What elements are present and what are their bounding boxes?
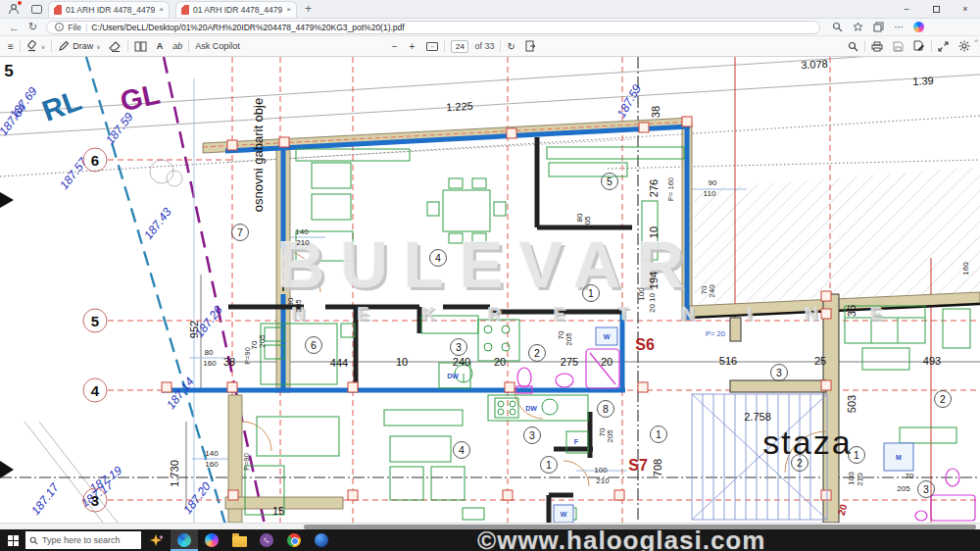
plan-label: DW	[525, 405, 537, 412]
fullscreen-button[interactable]	[938, 41, 949, 52]
plan-label: 210	[857, 473, 864, 485]
print-button[interactable]	[871, 41, 883, 52]
room-number-bubble: 1	[582, 284, 600, 302]
plan-label: 187.17	[29, 481, 61, 517]
room-number-bubble: 1	[848, 446, 865, 464]
plan-label: 38	[651, 106, 662, 118]
back-icon[interactable]: ←	[9, 22, 20, 33]
taskbar-viber-button[interactable]	[253, 529, 280, 551]
taskbar-chrome-button[interactable]	[280, 529, 308, 551]
room-number-bubble: 1	[650, 426, 667, 443]
collections-icon[interactable]	[873, 22, 884, 32]
pdf-content[interactable]: BULEVAR N E K R E T N I N E 5RLGL187.691…	[0, 57, 980, 529]
plan-label: 205	[565, 332, 573, 345]
plan-label: 110	[704, 190, 716, 198]
chrome-icon	[287, 533, 301, 547]
plan-label: 38	[223, 357, 235, 368]
divider	[188, 40, 189, 52]
axis-bubble: 3	[83, 488, 108, 513]
plan-label: 5	[4, 63, 13, 79]
taskbar-copilot-button[interactable]	[198, 529, 225, 551]
room-number-bubble: 2	[934, 390, 952, 408]
print-icon	[871, 41, 883, 52]
toc-button[interactable]: ≡	[8, 41, 14, 52]
room-number-bubble: 8	[597, 400, 614, 418]
zoom-in-button[interactable]: +	[410, 41, 416, 52]
windows-logo-icon	[8, 535, 19, 546]
highlight-button[interactable]: ∨	[26, 40, 45, 52]
draw-button[interactable]: Draw ∨	[58, 40, 100, 52]
tab-actions-icon[interactable]	[31, 5, 42, 14]
plan-label: 90	[709, 179, 717, 187]
profile-icon[interactable]	[6, 1, 22, 17]
tab-title: 01 ARH IDR 4478_4479 KG3_pot	[193, 5, 282, 15]
plan-label: 2.758	[744, 412, 771, 423]
taskbar-blue-app-button[interactable]	[308, 529, 335, 551]
room-number-bubble: 3	[770, 364, 788, 381]
find-text-icon: ab	[172, 41, 182, 51]
axis-bubble: 4	[83, 378, 108, 403]
plan-label: 708	[653, 459, 663, 476]
more-menu-icon[interactable]: ⋯	[894, 22, 904, 32]
save-button[interactable]	[893, 41, 904, 52]
divider	[20, 40, 21, 52]
read-aloud-button[interactable]: A	[157, 41, 164, 51]
settings-button[interactable]	[958, 40, 970, 52]
room-number-bubble: 4	[453, 441, 470, 459]
refresh-icon[interactable]: ↻	[28, 21, 37, 33]
plan-label: W	[604, 333, 611, 340]
browser-tab-2[interactable]: 01 ARH IDR 4478_4479 KG3_pot ×	[175, 1, 297, 18]
tab-strip: 01 ARH IDR 4478_4479 KG3_pot × 01 ARH ID…	[0, 0, 980, 19]
chevron-down-icon: ∨	[41, 43, 45, 50]
file-info-icon[interactable]: i	[55, 23, 64, 31]
plan-label: DW	[447, 373, 459, 379]
start-button[interactable]	[0, 529, 25, 551]
tab-close-icon[interactable]: ×	[286, 5, 291, 14]
plan-label: F	[574, 438, 578, 445]
plan-label: 187.20	[181, 480, 213, 516]
tab-title: 01 ARH IDR 4478_4479 KG3_pot	[66, 5, 155, 15]
zoom-icon[interactable]	[832, 22, 843, 32]
file-explorer-icon	[232, 536, 247, 547]
erase-button[interactable]	[109, 41, 122, 52]
zoom-out-button[interactable]: −	[392, 41, 398, 52]
url-field[interactable]: i File | C:/Users/DeLL/Desktop/01%20ARH%…	[46, 21, 820, 34]
plan-label: S6	[635, 337, 655, 353]
plan-label: 444	[330, 358, 348, 369]
copilot-icon[interactable]	[913, 22, 924, 32]
search-document-button[interactable]	[848, 41, 858, 52]
rotate-button[interactable]: ↻	[507, 41, 514, 52]
page-number-input[interactable]	[451, 40, 468, 53]
tab-close-icon[interactable]: ×	[159, 5, 164, 14]
page-view-button[interactable]	[134, 41, 147, 52]
page-jump-button[interactable]	[525, 40, 536, 52]
browser-tab-1[interactable]: 01 ARH IDR 4478_4479 KG3_pot ×	[48, 1, 170, 18]
collapse-toolbar-icon[interactable]: ^	[974, 37, 978, 46]
plan-label: 952	[189, 321, 200, 338]
new-tab-button[interactable]: +	[305, 2, 312, 16]
plan-label: 20 10	[649, 293, 657, 313]
page-jump-icon	[525, 40, 536, 52]
plan-label: staza	[762, 426, 852, 459]
save-as-button[interactable]	[913, 40, 925, 52]
search-highlights-icon[interactable]	[143, 529, 171, 551]
favorites-star-icon[interactable]	[853, 22, 863, 32]
ask-copilot-button[interactable]: Ask Copilot	[195, 41, 240, 51]
save-icon	[893, 41, 904, 52]
taskbar-edge-button[interactable]	[171, 529, 198, 551]
close-button[interactable]: ×	[951, 0, 980, 18]
screen: 01 ARH IDR 4478_4479 KG3_pot × 01 ARH ID…	[0, 0, 980, 551]
plan-label: 516	[719, 356, 737, 367]
maximize-button[interactable]	[921, 0, 951, 18]
minimize-button[interactable]: –	[892, 0, 921, 18]
search-icon	[848, 41, 858, 52]
plan-label: 187.43	[142, 206, 173, 241]
fit-page-button[interactable]: ↔	[426, 42, 438, 51]
taskbar-search-input[interactable]: Type here to search	[25, 531, 141, 549]
taskbar-explorer-button[interactable]	[225, 529, 253, 551]
divider: |	[85, 23, 87, 32]
plan-label: 25	[814, 356, 826, 367]
find-text-button[interactable]: ab	[172, 41, 182, 51]
plan-label: P= 20	[706, 330, 725, 338]
pdf-toolbar: ≡ ∨ Draw ∨ A ab Ask Copilot − + ↔	[0, 36, 980, 57]
